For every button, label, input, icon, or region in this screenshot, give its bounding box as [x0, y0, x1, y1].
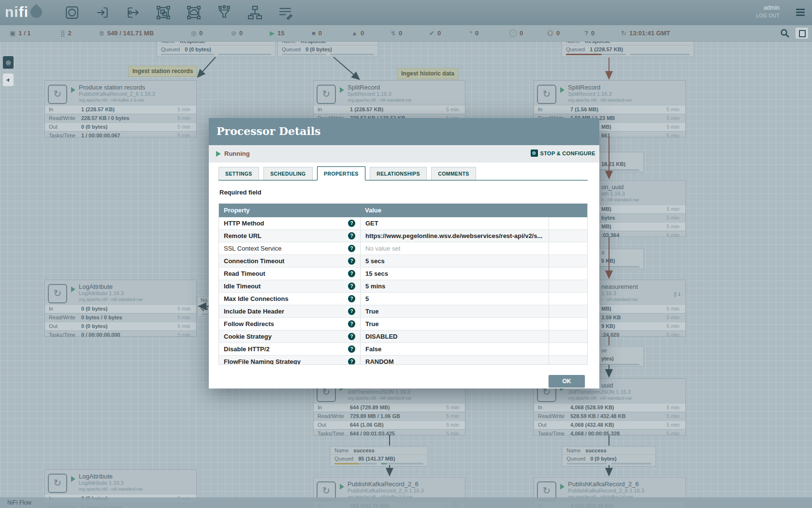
property-help-icon[interactable]: ? [348, 245, 355, 252]
property-column-header: Property [219, 204, 360, 217]
status-item-transmitting: ◎0 [191, 25, 203, 41]
operate-palette-button[interactable]: ➤ [3, 74, 14, 86]
property-help-icon[interactable]: ? [348, 295, 355, 302]
property-row: SSL Context Service?No value set [219, 242, 587, 255]
property-help-icon[interactable]: ? [348, 257, 355, 265]
run-state-text: Running [224, 150, 250, 157]
cluster-icon: ▣ [10, 30, 15, 37]
locally-modified-icon: * [470, 30, 472, 37]
stale-icon: ↑ [509, 30, 517, 37]
locally-modified-and-stale-icon: ! [547, 30, 553, 36]
bulletin-panel-toggle-button[interactable] [796, 28, 808, 39]
property-row: Follow Redirects?True [219, 318, 587, 330]
tab-comments[interactable]: COMMENTS [431, 167, 476, 180]
status-item-disabled: ↯0 [391, 25, 402, 41]
property-row: Idle Timeout?5 mins [219, 280, 587, 293]
status-item-locally-modified-and-stale: !0 [547, 25, 560, 41]
template-component-icon[interactable] [247, 5, 262, 20]
status-item-not-transmitting: ⊘0 [231, 25, 243, 41]
status-item-cluster: ▣1 / 1 [10, 25, 31, 41]
hand-cursor-icon: ➤ [2, 75, 15, 85]
canvas-label-ingest-historic-data[interactable]: Ingest historic data [397, 68, 458, 79]
status-item-queued: ≣549 / 141.71 MB [99, 25, 154, 41]
active-threads-icon: ⣿ [60, 30, 65, 37]
dialog-header: Processor Details [209, 118, 599, 145]
status-item-locally-modified: *0 [470, 25, 478, 41]
tab-properties[interactable]: PROPERTIES [317, 166, 365, 180]
input-port-component-icon[interactable] [95, 5, 110, 20]
nifi-logo: nifi [5, 4, 42, 20]
process-group-component-icon[interactable] [156, 5, 171, 20]
property-row: HTTP Method?GET [219, 217, 587, 230]
dialog-tabs: SETTINGS SCHEDULING PROPERTIES RELATIONS… [218, 166, 588, 180]
up-to-date-icon: ✔ [429, 30, 435, 37]
property-help-icon[interactable]: ? [348, 232, 355, 239]
property-row: Max Idle Connections?5 [219, 293, 587, 305]
current-user: admin [756, 4, 780, 11]
property-row: Remote URL?https://www.pegelonline.wsv.d… [219, 230, 587, 242]
funnel-component-icon[interactable] [217, 5, 232, 20]
property-row: Read Timeout?15 secs [219, 268, 587, 280]
sync-failure-icon: ? [584, 30, 588, 37]
flow-status-bar: ▣1 / 1⣿2≣549 / 141.71 MB◎0⊘0▶15■0▲0↯0✔0*… [0, 25, 812, 42]
tab-relationships[interactable]: RELATIONSHIPS [370, 167, 427, 180]
label-component-icon[interactable] [278, 5, 292, 20]
stop-and-configure-button[interactable]: ⚙ STOP & CONFIGURE [531, 149, 595, 157]
property-help-icon[interactable]: ? [348, 358, 355, 365]
breadcrumb[interactable]: NiFi Flow [0, 497, 812, 508]
nifi-drop-icon [28, 4, 44, 20]
property-row: Include Date Header?True [219, 305, 587, 318]
dialog-status-bar: Running ⚙ STOP & CONFIGURE [209, 145, 599, 163]
running-status-icon [216, 151, 221, 157]
status-item-up-to-date: ✔0 [429, 25, 441, 41]
dialog-title: Processor Details [217, 125, 321, 137]
global-menu-button[interactable] [796, 9, 805, 17]
properties-table: Property Value HTTP Method?GETRemote URL… [218, 203, 588, 365]
ok-button[interactable]: OK [549, 375, 585, 388]
status-item-active-threads: ⣿2 [60, 25, 72, 41]
queued-icon: ≣ [99, 30, 104, 37]
panel-icon [799, 30, 806, 37]
transmitting-icon: ◎ [191, 30, 196, 37]
remote-process-group-component-icon[interactable] [187, 5, 201, 20]
output-port-component-icon[interactable] [126, 5, 140, 20]
property-row: Cookie Strategy?DISABLED [219, 330, 587, 343]
not-transmitting-icon: ⊘ [231, 30, 236, 37]
status-item-sync-failure: ?0 [584, 25, 594, 41]
tab-settings[interactable]: SETTINGS [218, 167, 259, 180]
property-help-icon[interactable]: ? [348, 283, 355, 290]
component-toolbar [65, 5, 292, 20]
value-column-header: Value [360, 204, 549, 217]
invalid-icon: ▲ [351, 30, 358, 37]
status-item-invalid: ▲0 [351, 25, 364, 41]
status-item-stopped: ■0 [312, 25, 322, 41]
property-help-icon[interactable]: ? [348, 270, 355, 277]
required-field-label: Required field [219, 189, 261, 196]
property-row: Connection Timeout?5 secs [219, 255, 587, 268]
navigate-palette-button[interactable]: ◎ [3, 56, 14, 69]
property-help-icon[interactable]: ? [348, 220, 355, 227]
property-row: Disable HTTP/2?False [219, 343, 587, 356]
last-refresh-time[interactable]: ↻13:01:41 GMT [621, 25, 670, 41]
gear-icon: ⚙ [531, 149, 538, 157]
status-item-stale: ↑0 [509, 25, 523, 41]
property-help-icon[interactable]: ? [348, 345, 355, 353]
search-icon[interactable] [780, 29, 790, 38]
status-item-running: ▶15 [270, 25, 284, 41]
nifi-application: ↻Produce station recordsPublishKafkaReco… [0, 0, 812, 508]
property-help-icon[interactable]: ? [348, 333, 355, 340]
property-help-icon[interactable]: ? [348, 320, 355, 328]
property-row: FlowFile Naming Strategy?RANDOM [219, 356, 587, 365]
processor-details-dialog: Processor Details Running ⚙ STOP & CONFI… [209, 118, 599, 388]
disabled-icon: ↯ [391, 30, 396, 37]
property-help-icon[interactable]: ? [348, 308, 355, 315]
properties-table-header: Property Value [219, 204, 587, 217]
tab-scheduling[interactable]: SCHEDULING [263, 167, 312, 180]
logout-link[interactable]: LOG OUT [756, 13, 780, 18]
processor-component-icon[interactable] [65, 5, 79, 20]
canvas-label-ingest-station-records[interactable]: Ingest station records [129, 66, 197, 77]
refresh-icon[interactable]: ↻ [621, 30, 626, 37]
running-icon: ▶ [270, 30, 275, 37]
stopped-icon: ■ [312, 30, 316, 37]
